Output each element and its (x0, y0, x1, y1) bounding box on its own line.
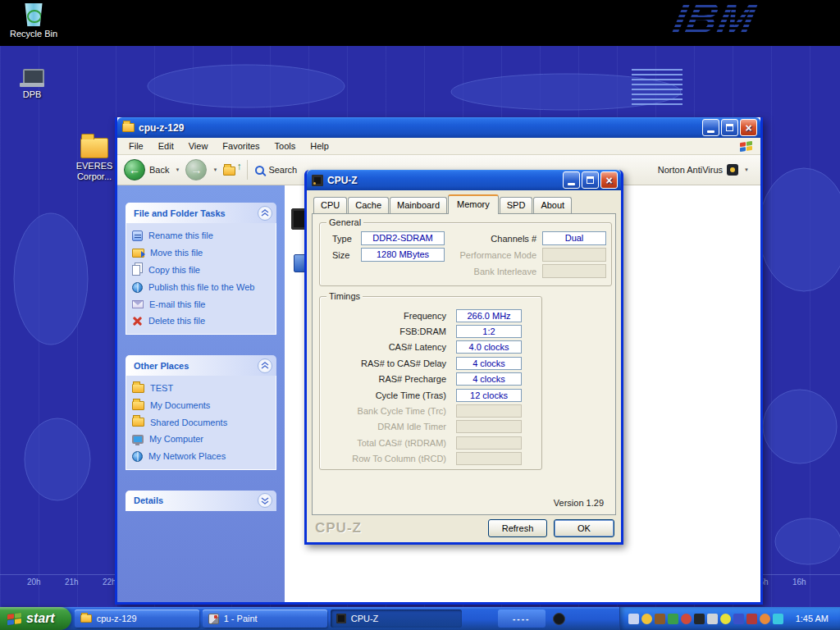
channels-label: Channels # (466, 232, 536, 246)
back-label[interactable]: Back (149, 165, 169, 175)
other-places-panel: Other Places TEST My Documents Shared Do… (126, 355, 276, 470)
tray-icon[interactable] (707, 614, 718, 624)
file-tasks-title: File and Folder Tasks (134, 208, 226, 218)
collapse-chevron-icon[interactable] (258, 358, 272, 373)
performance-mode-label: Performance Mode (441, 249, 536, 262)
place-my-network[interactable]: My Network Places (132, 451, 270, 462)
tray-icon[interactable] (641, 614, 652, 624)
minimize-button[interactable] (702, 119, 719, 136)
start-button[interactable]: start (0, 607, 71, 630)
taskbar-button-paint[interactable]: 1 - Paint (203, 609, 327, 628)
forward-icon[interactable]: → (185, 159, 207, 180)
details-header[interactable]: Details (126, 491, 276, 511)
folder-icon (132, 401, 144, 410)
timings-groupbox: Timings Frequency266.0 MHz FSB:DRAM1:2 C… (319, 296, 542, 470)
cpuz-dialog: CPU-Z × CPU Cache Mainboard Memory SPD A… (304, 170, 623, 545)
menu-view[interactable]: View (182, 139, 215, 153)
back-dropdown-icon[interactable]: ▼ (175, 167, 180, 172)
file-tasks-panel: File and Folder Tasks Rename this file M… (126, 203, 276, 335)
taskbar-button-cpuz-active[interactable]: CPU-Z (331, 609, 462, 628)
norton-dropdown-icon[interactable]: ▼ (744, 167, 749, 172)
menu-tools[interactable]: Tools (268, 139, 303, 153)
size-value: 1280 MBytes (361, 248, 445, 262)
norton-antivirus-band[interactable]: Norton AntiVirus ▼ (658, 164, 754, 176)
desktop-icon-dpb[interactable]: DPB (5, 69, 59, 100)
task-copy-file[interactable]: Copy this file (132, 265, 270, 276)
task-label: Move this file (150, 248, 203, 258)
refresh-button[interactable]: Refresh (488, 519, 547, 537)
other-places-header[interactable]: Other Places (126, 355, 276, 376)
folder-icon (122, 123, 135, 132)
memory-tab-page: General Type DDR2-SDRAM Size 1280 MBytes… (312, 213, 616, 515)
tray-icon[interactable] (746, 614, 757, 624)
file-tasks-header[interactable]: File and Folder Tasks (126, 203, 276, 223)
ok-button[interactable]: OK (554, 519, 614, 537)
task-publish-file[interactable]: Publish this file to the Web (132, 282, 270, 293)
maximize-button[interactable] (582, 171, 599, 189)
cpuz-dialog-body: CPU Cache Mainboard Memory SPD About Gen… (307, 190, 621, 545)
tray-icon[interactable] (668, 614, 678, 624)
tray-icon[interactable] (760, 614, 770, 624)
collapse-chevron-icon[interactable] (258, 206, 272, 221)
timing-row-dram-idle-timer: DRAM Idle Timer (320, 419, 541, 435)
taskbar-app-icon[interactable] (553, 613, 565, 625)
other-places-body: TEST My Documents Shared Documents My Co… (126, 376, 276, 470)
details-panel: Details (126, 491, 276, 511)
back-icon[interactable]: ← (124, 159, 145, 180)
desktop-icon-everes[interactable]: EVERES Corpor... (67, 138, 121, 182)
taskbar-overflow-band[interactable]: ---- (498, 609, 546, 628)
place-my-computer[interactable]: My Computer (132, 434, 270, 445)
tab-about[interactable]: About (533, 197, 572, 213)
tab-cpu[interactable]: CPU (313, 197, 347, 213)
tab-mainboard[interactable]: Mainboard (390, 197, 447, 213)
tray-icon[interactable] (773, 614, 783, 624)
minimize-button[interactable] (563, 171, 580, 189)
tab-spd[interactable]: SPD (500, 197, 533, 213)
delete-icon (132, 316, 143, 326)
menu-favorites[interactable]: Favorites (216, 139, 266, 153)
tray-icon[interactable] (655, 614, 665, 624)
close-button[interactable]: × (600, 171, 618, 189)
tray-icon[interactable] (681, 614, 692, 624)
timing-row-fsb-dram: FSB:DRAM1:2 (320, 323, 541, 339)
place-label: My Network Places (148, 451, 226, 462)
task-rename-file[interactable]: Rename this file (132, 231, 270, 241)
timing-value: 4.0 clocks (456, 340, 522, 354)
task-delete-file[interactable]: Delete this file (132, 316, 270, 326)
place-my-documents[interactable]: My Documents (132, 400, 270, 411)
tab-cache[interactable]: Cache (348, 197, 389, 213)
tray-icon[interactable] (628, 614, 639, 624)
desktop-icon-label: Recycle Bin (10, 29, 57, 39)
timezone-label: 21h (65, 578, 79, 587)
expand-chevron-icon[interactable] (258, 493, 272, 508)
cpuz-titlebar[interactable]: CPU-Z × (307, 170, 621, 190)
window-controls: × (563, 171, 618, 189)
size-label: Size (332, 249, 362, 262)
search-label[interactable]: Search (268, 165, 297, 175)
tray-icon[interactable] (733, 614, 744, 624)
maximize-button[interactable] (721, 119, 738, 136)
search-icon[interactable] (255, 166, 264, 175)
task-move-file[interactable]: Move this file (132, 248, 270, 258)
forward-dropdown-icon[interactable]: ▼ (212, 167, 217, 172)
menu-help[interactable]: Help (304, 139, 336, 153)
taskbar: start cpu-z-129 1 - Paint CPU-Z ---- (0, 607, 840, 630)
task-email-file[interactable]: E-mail this file (132, 299, 270, 310)
recycle-bin-icon (24, 3, 43, 26)
tab-memory[interactable]: Memory (448, 194, 499, 214)
place-test[interactable]: TEST (132, 383, 270, 394)
timing-row-ras-to-cas: RAS# to CAS# Delay4 clocks (320, 355, 541, 371)
tray-icon[interactable] (720, 614, 731, 624)
place-label: My Computer (149, 434, 203, 445)
place-shared-documents[interactable]: Shared Documents (132, 418, 270, 428)
taskbar-button-cpuz-folder[interactable]: cpu-z-129 (75, 609, 199, 628)
menu-file[interactable]: File (122, 139, 150, 153)
menu-edit[interactable]: Edit (152, 139, 180, 153)
close-button[interactable]: × (740, 119, 757, 136)
desktop-icon-recycle-bin[interactable]: Recycle Bin (7, 3, 61, 39)
task-label: E-mail this file (149, 299, 205, 310)
timing-value (456, 436, 522, 450)
up-folder-icon[interactable]: ↑ (223, 163, 240, 176)
tray-icon[interactable] (694, 614, 705, 624)
explorer-titlebar[interactable]: cpu-z-129 × (117, 117, 760, 138)
